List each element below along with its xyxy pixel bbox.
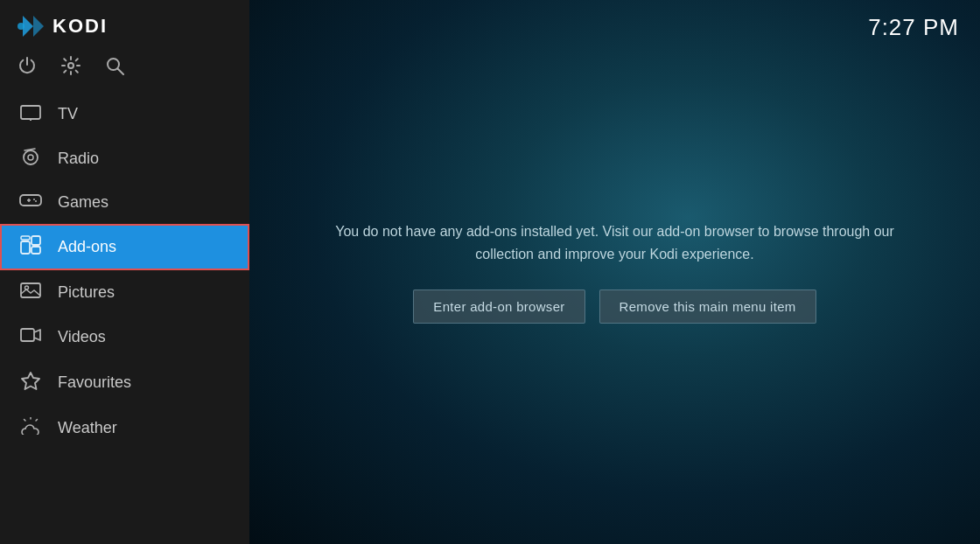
sidebar: KODI — [0, 0, 249, 544]
svg-rect-6 — [21, 106, 40, 119]
radio-icon — [19, 148, 42, 170]
search-icon[interactable] — [105, 56, 124, 80]
pictures-icon — [19, 282, 42, 303]
sidebar-item-label-weather: Weather — [58, 419, 117, 437]
kodi-logo-icon — [16, 12, 44, 40]
time-display: 7:27 PM — [868, 14, 959, 41]
svg-rect-20 — [21, 236, 30, 240]
svg-line-26 — [24, 420, 26, 422]
svg-point-15 — [33, 199, 35, 200]
app-title: KODI — [52, 15, 108, 38]
sidebar-item-label-tv: TV — [58, 105, 78, 123]
main-center-area: You do not have any add-ons installed ye… — [318, 220, 913, 324]
nav-menu: TV Radio — [0, 92, 249, 544]
sidebar-item-label-videos: Videos — [58, 328, 106, 346]
videos-icon — [19, 326, 42, 348]
sidebar-header: KODI — [0, 0, 249, 49]
power-icon[interactable] — [18, 56, 37, 80]
svg-line-27 — [36, 420, 38, 422]
sidebar-item-videos[interactable]: Videos — [0, 315, 249, 359]
description-text: You do not have any add-ons installed ye… — [318, 220, 913, 265]
sidebar-item-label-pictures: Pictures — [58, 283, 115, 302]
sidebar-item-favourites[interactable]: Favourites — [0, 359, 249, 406]
svg-point-16 — [35, 200, 37, 202]
favourites-icon — [19, 371, 42, 394]
addons-icon — [19, 235, 42, 259]
sidebar-item-weather[interactable]: Weather — [0, 406, 249, 450]
sidebar-item-label-favourites: Favourites — [58, 373, 131, 392]
svg-rect-21 — [21, 283, 40, 297]
sidebar-item-label-addons: Add-ons — [58, 238, 116, 256]
svg-rect-19 — [32, 247, 40, 254]
svg-rect-23 — [21, 329, 34, 341]
svg-rect-18 — [32, 236, 40, 245]
weather-icon — [19, 417, 42, 439]
svg-point-9 — [24, 150, 38, 164]
svg-point-10 — [28, 155, 33, 160]
remove-menu-item-button[interactable]: Remove this main menu item — [599, 289, 816, 324]
sidebar-item-games[interactable]: Games — [0, 181, 249, 224]
sidebar-item-label-radio: Radio — [58, 150, 99, 168]
tv-icon — [19, 103, 42, 125]
sidebar-icon-bar — [0, 49, 249, 92]
svg-marker-24 — [22, 373, 39, 389]
enter-addon-browser-button[interactable]: Enter add-on browser — [413, 289, 584, 324]
games-icon — [19, 192, 42, 213]
svg-point-3 — [68, 63, 74, 68]
svg-line-5 — [118, 69, 124, 75]
sidebar-item-label-games: Games — [58, 193, 108, 212]
svg-marker-1 — [33, 16, 44, 37]
sidebar-item-radio[interactable]: Radio — [0, 136, 249, 181]
sidebar-item-pictures[interactable]: Pictures — [0, 270, 249, 315]
svg-rect-17 — [21, 241, 30, 254]
svg-point-2 — [18, 23, 24, 30]
settings-icon[interactable] — [61, 56, 80, 80]
sidebar-item-addons[interactable]: Add-ons — [0, 224, 249, 270]
sidebar-item-tv[interactable]: TV — [0, 92, 249, 136]
action-buttons: Enter add-on browser Remove this main me… — [318, 289, 913, 324]
svg-point-22 — [25, 286, 29, 289]
main-content: 7:27 PM You do not have any add-ons inst… — [249, 0, 980, 544]
